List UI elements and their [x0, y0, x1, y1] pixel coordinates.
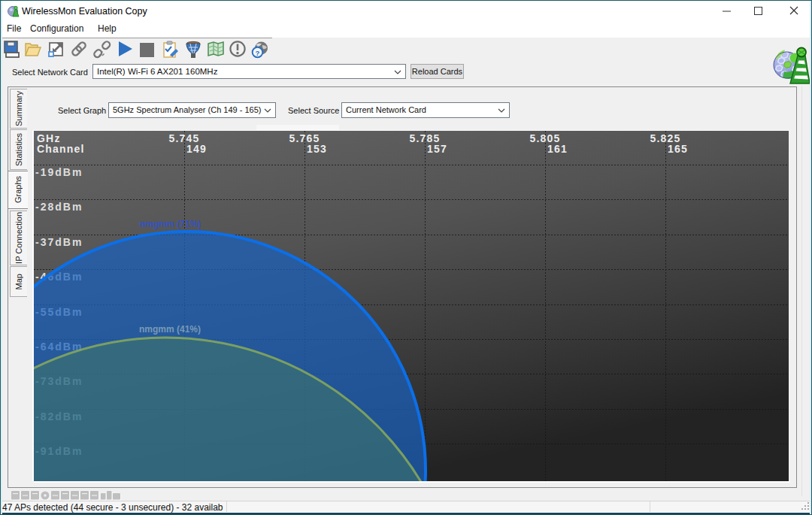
svg-text:153: 153 — [307, 143, 327, 155]
svg-text:-19dBm: -19dBm — [35, 166, 83, 178]
svg-text:-28dBm: -28dBm — [35, 201, 83, 213]
svg-text:149: 149 — [186, 143, 207, 155]
svg-text:165: 165 — [668, 143, 688, 155]
svg-text:nmgmm (41%): nmgmm (41%) — [139, 324, 201, 335]
svg-text:nmgmm (71%): nmgmm (71%) — [139, 219, 201, 229]
svg-text:Channel: Channel — [37, 143, 85, 155]
svg-text:?: ? — [256, 49, 260, 57]
svg-text:-37dBm: -37dBm — [35, 236, 83, 248]
svg-text:157: 157 — [427, 143, 447, 155]
svg-text:161: 161 — [547, 143, 568, 155]
